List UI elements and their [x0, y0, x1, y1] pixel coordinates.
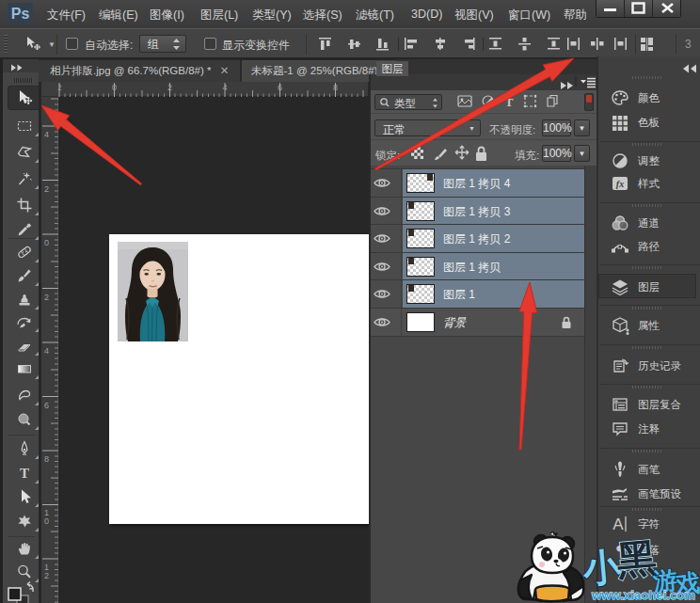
svg-text:4: 4 — [44, 346, 49, 356]
svg-text:2: 2 — [167, 83, 172, 92]
svg-text:T: T — [505, 95, 514, 109]
svg-text:类型: 类型 — [394, 98, 416, 109]
svg-text:6: 6 — [44, 401, 49, 410]
svg-text:0: 0 — [44, 238, 49, 247]
svg-text:8: 8 — [44, 454, 49, 464]
svg-text:4: 4 — [44, 130, 49, 139]
svg-text:0: 0 — [112, 83, 117, 92]
svg-text:4: 4 — [223, 83, 228, 92]
svg-text:0: 0 — [44, 516, 49, 526]
svg-text:6: 6 — [278, 83, 282, 92]
svg-text:2: 2 — [44, 571, 49, 580]
svg-text:2: 2 — [44, 293, 49, 302]
svg-text:fx: fx — [616, 179, 624, 189]
svg-text:T: T — [19, 466, 28, 481]
svg-text:www.xiaohei.com: www.xiaohei.com — [591, 588, 695, 602]
svg-text:8: 8 — [333, 83, 338, 92]
svg-text:2: 2 — [44, 184, 49, 194]
